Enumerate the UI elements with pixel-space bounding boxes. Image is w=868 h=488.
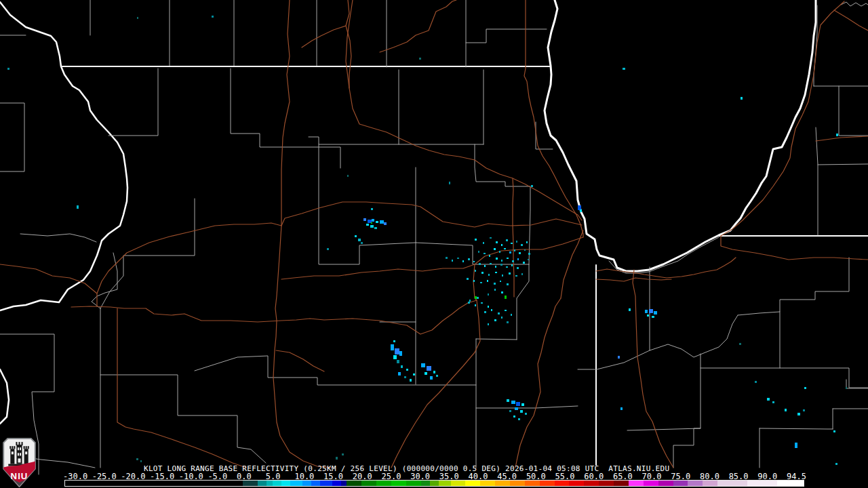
radar-echo	[491, 309, 492, 311]
radar-echo	[446, 257, 448, 259]
radar-echo	[526, 241, 528, 243]
radar-echo	[494, 289, 496, 291]
radar-echo	[517, 267, 519, 269]
radar-echo	[494, 283, 496, 285]
radar-echo	[495, 266, 496, 268]
radar-echo	[484, 253, 486, 254]
radar-echo	[507, 321, 509, 323]
radar-echo	[336, 457, 338, 460]
radar-echo	[494, 319, 496, 321]
radar-echo	[433, 371, 435, 373]
rivers-layer	[0, 2, 127, 424]
radar-echo	[475, 296, 477, 299]
radar-echo	[413, 373, 415, 375]
radar-echo	[767, 398, 770, 401]
radar-echo	[531, 185, 533, 187]
radar-echo	[506, 239, 508, 241]
radar-echo	[484, 311, 486, 313]
radar-echo	[512, 260, 514, 262]
radar-echo	[521, 403, 524, 406]
radar-echo	[511, 401, 515, 404]
radar-echo	[500, 264, 502, 266]
radar-echo	[374, 227, 377, 229]
roads-layer	[0, 0, 868, 468]
radar-echo	[488, 323, 489, 325]
radar-echo	[629, 308, 631, 311]
radar-echo	[521, 273, 523, 275]
radar-echo	[501, 291, 503, 293]
radar-echo	[480, 282, 482, 283]
radar-echo	[481, 302, 483, 304]
radar-echo	[484, 265, 486, 267]
radar-echo	[212, 16, 214, 18]
radar-echo	[7, 68, 9, 70]
radar-echo	[436, 375, 438, 377]
radar-echo	[478, 251, 479, 253]
radar-echo	[496, 241, 498, 243]
radar-echo	[509, 410, 511, 412]
radar-echo	[846, 387, 847, 389]
radar-echo	[494, 248, 496, 250]
radar-echo	[468, 302, 470, 304]
radar-echo	[785, 409, 787, 411]
radar-echo	[488, 306, 489, 308]
radar-echo	[399, 351, 402, 356]
radar-echo	[498, 312, 500, 314]
radar-echo	[483, 242, 484, 244]
radar-echo	[366, 224, 369, 226]
radar-echo	[475, 239, 477, 241]
radar-echo	[500, 281, 501, 282]
radar-echo	[509, 251, 511, 253]
radar-echo	[137, 17, 138, 19]
radar-echo	[490, 237, 492, 239]
radar-echo	[347, 175, 349, 177]
colorbar-tick-labels: -30.0-25.0-20.0-15.0-10.0-5.00.05.010.01…	[0, 472, 868, 479]
radar-echo	[513, 415, 515, 418]
radar-echo	[501, 260, 502, 262]
radar-echo	[528, 253, 530, 255]
radar-echo	[804, 387, 806, 389]
radar-echo	[487, 280, 488, 282]
radar-echo	[507, 283, 509, 285]
radar-echo	[647, 314, 649, 317]
radar-echo	[649, 309, 653, 313]
radar-echo	[370, 225, 374, 228]
radar-echo	[393, 355, 397, 359]
radar-echo	[496, 258, 498, 260]
radar-echo	[475, 304, 476, 306]
radar-echo	[469, 300, 471, 302]
radar-echo	[355, 235, 357, 237]
radar-echo	[505, 296, 507, 299]
radar-echo	[401, 365, 403, 368]
radar-echo	[833, 430, 835, 432]
radar-echo	[421, 363, 425, 367]
radar-echo	[505, 310, 507, 311]
radar-echo	[523, 262, 525, 264]
radar-echo	[507, 258, 509, 259]
radar-echo	[449, 182, 450, 184]
radar-echo	[410, 379, 412, 382]
radar-echo	[580, 209, 582, 212]
radar-echo	[395, 348, 399, 354]
radar-echo	[502, 274, 503, 277]
shoreline-layer	[545, 0, 816, 271]
niu-logo: NIU	[3, 438, 36, 487]
radar-echo	[384, 222, 387, 225]
radar-echo	[342, 453, 344, 455]
radar-echo	[327, 248, 329, 250]
radar-echo	[506, 266, 508, 268]
radar-echo	[795, 443, 797, 448]
radar-echo	[499, 251, 500, 253]
radar-echo	[519, 252, 521, 254]
radar-echo	[488, 274, 490, 276]
radar-echo	[507, 399, 509, 402]
radar-echo	[468, 258, 470, 260]
radar-echo	[430, 376, 433, 380]
radar-echo	[620, 407, 623, 410]
radar-echo	[654, 311, 657, 314]
radar-echo	[504, 248, 506, 249]
radar-echo	[623, 68, 625, 70]
radar-echo	[140, 460, 142, 462]
radar-echo	[406, 369, 408, 371]
radar-echo	[741, 97, 743, 100]
